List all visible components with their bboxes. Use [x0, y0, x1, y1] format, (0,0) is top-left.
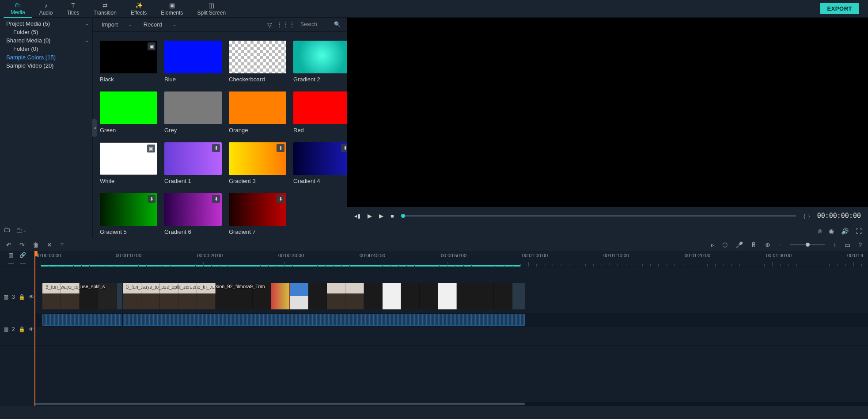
eye-icon[interactable]: 👁	[29, 294, 34, 300]
track-2-lane[interactable]	[34, 327, 868, 346]
new-folder-icon[interactable]: 🗀	[4, 226, 11, 234]
swatch-gradient2[interactable]: Gradient 2	[293, 41, 347, 83]
lock-icon[interactable]: 🔒	[19, 326, 25, 332]
tree-sample-video[interactable]: Sample Video (20)	[0, 61, 92, 70]
preview-video[interactable]	[347, 18, 868, 207]
timeline-body[interactable]: 00:00:00:00 00:00:10:00 00:00:20:00 00:0…	[34, 251, 868, 406]
swatch-gradient7[interactable]: ⬇ Gradient 7	[229, 193, 286, 235]
render-icon[interactable]: ▹	[711, 241, 714, 248]
track-options-icon[interactable]: ▥	[8, 252, 13, 258]
swatch-green[interactable]: Green	[100, 91, 157, 133]
import-dropdown[interactable]: Import ⌄	[98, 20, 136, 29]
swatch-orange[interactable]: Orange	[229, 91, 286, 133]
crop-icon[interactable]: ≡	[60, 241, 64, 248]
zoom-out-icon[interactable]: −	[778, 241, 782, 248]
download-icon[interactable]: ⬇	[212, 195, 220, 203]
zoom-fit-icon[interactable]: ▭	[845, 241, 850, 248]
lock-icon[interactable]: 🔒	[19, 294, 25, 300]
grid-view-icon[interactable]: ⋮⋮⋮	[277, 21, 295, 28]
redo-icon[interactable]: ↷	[19, 241, 25, 248]
swatch-white[interactable]: ▣ White	[100, 142, 157, 184]
tab-split-screen[interactable]: ◫ Split Screen	[190, 0, 233, 18]
eye-icon[interactable]: 👁	[29, 326, 34, 332]
swatch-blue[interactable]: Blue	[164, 41, 222, 83]
track-3-audio-lane[interactable]	[34, 313, 868, 327]
swatch-gradient6[interactable]: ⬇ Gradient 6	[164, 193, 222, 235]
track-2-header[interactable]: ▥ 2 🔒 👁	[0, 313, 34, 346]
tree-project-media[interactable]: Project Media (5) ⌄	[0, 19, 92, 28]
swatch-black[interactable]: ▣ Black	[100, 41, 157, 83]
voiceover-icon[interactable]: 🎤	[735, 241, 743, 248]
tree-shared-media[interactable]: Shared Media (0) ⌄	[0, 36, 92, 45]
timeline-scrollbar[interactable]	[34, 402, 868, 406]
tree-project-media-folder[interactable]: Folder (5)	[0, 28, 92, 36]
quality-icon[interactable]: ⎚	[818, 228, 822, 235]
search-input[interactable]	[300, 21, 331, 27]
split-icon[interactable]: ✕	[47, 241, 52, 248]
mark-out-icon[interactable]: }	[808, 213, 810, 219]
panel-collapse-handle[interactable]: ◂	[92, 119, 97, 137]
clip-1[interactable]: 3_fun_ways_to_use_split_s	[42, 283, 122, 309]
export-button[interactable]: EXPORT	[820, 3, 859, 14]
zoom-slider[interactable]	[790, 244, 825, 245]
tree-shared-media-folder[interactable]: Folder (0)	[0, 45, 92, 53]
clip-2[interactable]: 3_fun_ways_to_use_split_screens_in_versi…	[123, 283, 525, 309]
minus-icon[interactable]: —	[20, 259, 26, 266]
swatch-gradient5[interactable]: ⬇ Gradient 5	[100, 193, 157, 235]
volume-icon[interactable]: 🔊	[841, 228, 849, 235]
delete-icon[interactable]: 🗑	[33, 241, 39, 248]
tab-media[interactable]: 🗀 Media	[4, 0, 32, 18]
chevron-down-icon[interactable]: ⌄	[85, 38, 89, 43]
scrollbar-thumb[interactable]	[34, 403, 525, 405]
download-icon[interactable]: ⬇	[341, 144, 347, 152]
mark-in-icon[interactable]: {	[804, 213, 805, 219]
download-icon[interactable]: ⬇	[277, 144, 284, 152]
scrubber-playhead[interactable]	[401, 214, 405, 218]
zoom-in-icon[interactable]: +	[833, 241, 837, 248]
prev-frame-button[interactable]: ◂▮	[354, 213, 360, 219]
play-button[interactable]: ▶	[368, 213, 372, 219]
chevron-down-icon[interactable]: ⌄	[85, 21, 89, 27]
fullscreen-icon[interactable]: ⛶	[856, 228, 862, 235]
next-frame-button[interactable]: ▶	[379, 213, 383, 219]
minus-icon[interactable]: —	[8, 259, 14, 266]
stop-button[interactable]: ■	[390, 213, 394, 219]
preview-scrubber[interactable]	[401, 215, 796, 217]
add-media-icon[interactable]: ⊕	[765, 241, 770, 248]
preview-controls: ◂▮ ▶ ▶ ■ { } 00:00:00:00	[347, 207, 868, 225]
playhead[interactable]	[34, 251, 35, 406]
snapshot-icon[interactable]: ◉	[829, 228, 834, 235]
filter-icon[interactable]: ▽	[267, 21, 272, 28]
timeline-ruler[interactable]: 00:00:00:00 00:00:10:00 00:00:20:00 00:0…	[34, 251, 868, 267]
track-3-header[interactable]: ▥ 3 🔒 👁	[0, 281, 34, 313]
swatch-gradient4[interactable]: ⬇ Gradient 4	[293, 142, 347, 184]
download-icon[interactable]: ⬇	[148, 195, 155, 203]
tab-titles[interactable]: T Titles	[60, 0, 86, 18]
download-icon[interactable]: ⬇	[212, 144, 220, 152]
tab-effects[interactable]: ✨ Effects	[124, 0, 154, 18]
audio-clip-2[interactable]	[123, 314, 525, 326]
help-icon[interactable]: ?	[858, 241, 862, 248]
track-3-lane[interactable]: 3_fun_ways_to_use_split_s 3_fun_ways_to_…	[34, 281, 868, 313]
link-icon[interactable]: 🔗	[19, 252, 26, 258]
new-folder-plus-icon[interactable]: 🗀₊	[16, 226, 27, 234]
swatch-checkerboard[interactable]: Checkerboard	[229, 41, 286, 83]
add-icon[interactable]: ▣	[147, 145, 155, 152]
tab-transition[interactable]: ⇄ Transition	[87, 0, 124, 18]
add-icon[interactable]: ▣	[148, 42, 155, 50]
audio-clip-1[interactable]	[42, 314, 122, 326]
record-dropdown[interactable]: Record ⌄	[140, 20, 180, 29]
zoom-knob[interactable]	[806, 243, 810, 247]
download-icon[interactable]: ⬇	[277, 195, 284, 203]
tab-audio[interactable]: ♪ Audio	[32, 0, 60, 18]
undo-icon[interactable]: ↶	[6, 241, 11, 248]
swatch-grey[interactable]: Grey	[164, 91, 222, 133]
tab-elements[interactable]: ▣ Elements	[154, 0, 190, 18]
search-icon[interactable]: 🔍	[334, 21, 341, 27]
marker-icon[interactable]: ⬡	[722, 241, 728, 248]
swatch-gradient1[interactable]: ⬇ Gradient 1	[164, 142, 222, 184]
swatch-red[interactable]: Red	[293, 91, 347, 133]
swatch-gradient3[interactable]: ⬇ Gradient 3	[229, 142, 286, 184]
tree-sample-colors[interactable]: Sample Colors (15)	[0, 53, 92, 61]
audio-mixer-icon[interactable]: 🎚	[751, 241, 757, 248]
